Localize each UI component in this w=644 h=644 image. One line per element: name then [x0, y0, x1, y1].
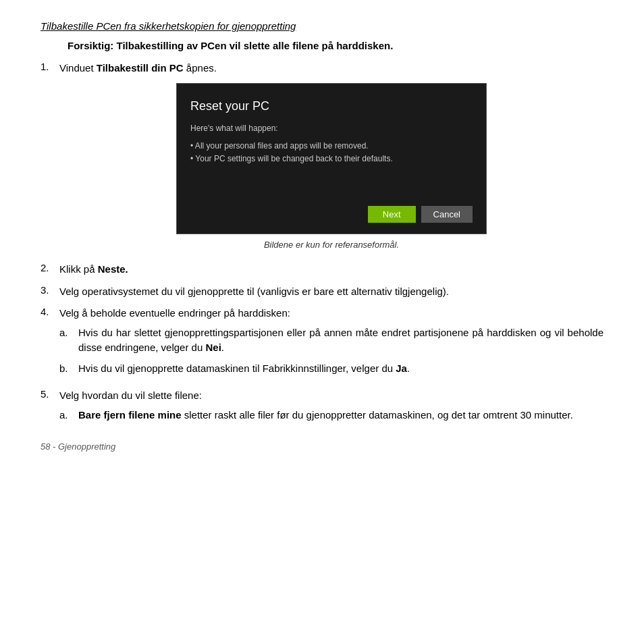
step-5a-content: Bare fjern filene mine sletter raskt all… — [78, 408, 603, 423]
step-4: 4. Velg å beholde eventuelle endringer p… — [41, 306, 603, 381]
step-3: 3. Velg operativsystemet du vil gjenoppr… — [41, 284, 603, 300]
step-1-content: Vinduet Tilbakestill din PC åpnes. Reset… — [59, 61, 603, 255]
steps-list: 1. Vinduet Tilbakestill din PC åpnes. Re… — [41, 61, 603, 428]
step-5a-text-after: sletter raskt alle filer før du gjenoppr… — [182, 409, 573, 421]
step-5-content: Velg hvordan du vil slette filene: a. Ba… — [59, 388, 603, 428]
step-4-content: Velg å beholde eventuelle endringer på h… — [59, 306, 603, 381]
screenshot-image: Reset your PC Here's what will happen: •… — [176, 83, 487, 234]
step-4b-content: Hvis du vil gjenopprette datamaskinen ti… — [78, 361, 603, 377]
step-2-bold: Neste. — [98, 263, 128, 275]
screenshot-subtitle: Here's what will happen: — [190, 122, 473, 134]
screenshot-caption: Bildene er kun for referanseformål. — [264, 238, 399, 252]
footer-text: 58 - Gjenoppretting — [41, 441, 603, 452]
step-5: 5. Velg hvordan du vil slette filene: a.… — [41, 388, 603, 428]
step-5a: a. Bare fjern filene mine sletter raskt … — [59, 408, 603, 423]
step-4-number: 4. — [41, 306, 59, 381]
step-4a-text-before: Hvis du har slettet gjenopprettingsparti… — [78, 327, 603, 354]
step-4-sub-list: a. Hvis du har slettet gjenopprettingspa… — [59, 325, 603, 377]
screenshot-container: Reset your PC Here's what will happen: •… — [59, 83, 603, 252]
screenshot-bullet-1: • All your personal files and apps will … — [190, 140, 473, 153]
step-4a-content: Hvis du har slettet gjenopprettingsparti… — [78, 325, 603, 356]
step-4b: b. Hvis du vil gjenopprette datamaskinen… — [59, 361, 603, 377]
screenshot-title: Reset your PC — [190, 97, 473, 115]
step-1-text-before: Vinduet — [59, 62, 97, 74]
step-4a-text-after: . — [221, 342, 224, 353]
step-5-sub-list: a. Bare fjern filene mine sletter raskt … — [59, 408, 603, 423]
screenshot-buttons: Next Cancel — [190, 206, 473, 223]
step-5-number: 5. — [41, 388, 59, 428]
step-5a-letter: a. — [59, 408, 78, 423]
step-1-number: 1. — [41, 61, 59, 255]
step-3-content: Velg operativsystemet du vil gjenopprett… — [59, 284, 603, 300]
step-3-number: 3. — [41, 284, 59, 300]
step-4a-letter: a. — [59, 325, 78, 356]
warning-bold: Forsiktig: Tilbakestilling av PCen vil s… — [68, 40, 393, 51]
step-4a: a. Hvis du har slettet gjenopprettingspa… — [59, 325, 603, 356]
step-4b-text-after: . — [407, 363, 410, 374]
screenshot-bullet-2: • Your PC settings will be changed back … — [190, 153, 473, 165]
step-4b-text-before: Hvis du vil gjenopprette datamaskinen ti… — [78, 363, 396, 374]
next-button[interactable]: Next — [368, 206, 416, 223]
cancel-button[interactable]: Cancel — [421, 206, 473, 223]
step-1-text-after: åpnes. — [184, 62, 217, 74]
warning-text: Forsiktig: Tilbakestilling av PCen vil s… — [41, 40, 603, 51]
step-2-number: 2. — [41, 262, 59, 277]
step-2: 2. Klikk på Neste. — [41, 262, 603, 277]
step-4-text: Velg å beholde eventuelle endringer på h… — [59, 307, 290, 319]
step-2-content: Klikk på Neste. — [59, 262, 603, 277]
step-4a-bold: Nei — [205, 342, 221, 353]
screenshot-bullets: • All your personal files and apps will … — [190, 140, 473, 165]
step-3-text: Velg operativsystemet du vil gjenopprett… — [59, 286, 449, 297]
step-2-text-before: Klikk på — [59, 263, 98, 275]
step-1-bold: Tilbakestill din PC — [97, 62, 184, 74]
page-title: Tilbakestille PCen fra sikkerhetskopien … — [41, 20, 603, 32]
step-4b-letter: b. — [59, 361, 78, 377]
step-5a-bold: Bare fjern filene mine — [78, 409, 182, 421]
step-4b-bold: Ja — [396, 363, 407, 374]
step-1: 1. Vinduet Tilbakestill din PC åpnes. Re… — [41, 61, 603, 255]
step-5-text: Velg hvordan du vil slette filene: — [59, 390, 202, 401]
